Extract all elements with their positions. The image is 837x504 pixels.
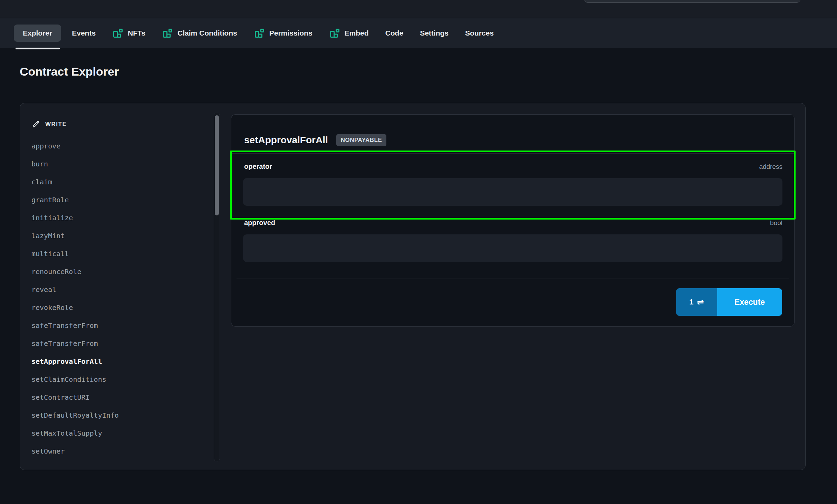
function-panel-header: setApprovalForAll NONPAYABLE bbox=[231, 115, 794, 153]
function-list-item[interactable]: setClaimConditions bbox=[31, 370, 213, 388]
function-list-item[interactable]: setApprovalForAll bbox=[31, 352, 213, 370]
nav-tab[interactable]: Permissions bbox=[248, 23, 318, 43]
extension-icon bbox=[112, 28, 123, 39]
nav-tab-label: Permissions bbox=[269, 29, 312, 37]
extension-icon bbox=[329, 28, 340, 39]
nav-tab[interactable]: Events bbox=[66, 25, 102, 42]
nav-tab[interactable]: Claim Conditions bbox=[156, 23, 243, 43]
function-list-item[interactable]: safeTransferFrom bbox=[31, 335, 213, 352]
field-group-approved: approved bool bbox=[231, 206, 794, 262]
execute-button[interactable]: Execute bbox=[717, 288, 782, 316]
nav-tab[interactable]: Embed bbox=[323, 23, 375, 43]
page-title: Contract Explorer bbox=[20, 65, 119, 78]
swap-arrows-icon: ⇌ bbox=[697, 297, 704, 307]
function-panel: setApprovalForAll NONPAYABLE operator ad… bbox=[231, 114, 795, 327]
nav-tab-label: Embed bbox=[345, 29, 369, 37]
function-list-item[interactable]: initialize bbox=[31, 209, 213, 227]
nav-tab[interactable]: Sources bbox=[459, 25, 500, 42]
transaction-count-button[interactable]: 1 ⇌ bbox=[676, 288, 717, 316]
function-list-item[interactable]: burn bbox=[31, 155, 213, 173]
extension-icon bbox=[254, 28, 265, 39]
sidebar-scrollbar[interactable] bbox=[214, 113, 220, 462]
function-list-item[interactable]: setMaxTotalSupply bbox=[31, 424, 213, 442]
extension-icon bbox=[162, 28, 173, 39]
function-list-item[interactable]: approve bbox=[31, 137, 213, 155]
transaction-count: 1 bbox=[689, 298, 693, 307]
function-list-item[interactable]: lazyMint bbox=[31, 227, 213, 245]
write-section-header: WRITE bbox=[31, 120, 213, 129]
function-list-item[interactable]: claim bbox=[31, 173, 213, 191]
function-list-item[interactable]: multicall bbox=[31, 245, 213, 263]
nav-tab-label: Events bbox=[72, 29, 96, 37]
nav-tab[interactable]: Settings bbox=[414, 25, 454, 42]
function-list-item[interactable]: setContractURI bbox=[31, 388, 213, 406]
nav-tab-label: Code bbox=[385, 29, 404, 37]
operator-input[interactable] bbox=[243, 178, 782, 206]
function-list-item[interactable]: reveal bbox=[31, 281, 213, 299]
function-list-item[interactable]: safeTransferFrom bbox=[31, 317, 213, 335]
mutability-badge: NONPAYABLE bbox=[336, 134, 387, 146]
approved-input[interactable] bbox=[243, 234, 782, 262]
field-name-approved: approved bbox=[243, 219, 275, 227]
function-list-item[interactable]: setOwner bbox=[31, 442, 213, 460]
explorer-card: WRITE approve burn claim grantRole initi… bbox=[20, 103, 806, 470]
field-group-operator: operator address bbox=[231, 154, 794, 206]
function-list-item[interactable]: grantRole bbox=[31, 191, 213, 209]
field-name-operator: operator bbox=[243, 163, 272, 171]
pencil-icon bbox=[31, 120, 40, 129]
nav-tab-label: Explorer bbox=[23, 29, 52, 37]
scrollbar-thumb[interactable] bbox=[215, 115, 219, 215]
nav-tab[interactable]: Explorer bbox=[14, 25, 61, 42]
field-type-approved: bool bbox=[770, 219, 782, 227]
contract-tab-bar: Explorer Events NFTs bbox=[0, 18, 837, 48]
footer-divider bbox=[237, 279, 789, 279]
nav-tab[interactable]: Code bbox=[379, 25, 410, 42]
top-strip bbox=[0, 0, 837, 18]
function-title: setApprovalForAll bbox=[244, 135, 328, 146]
function-list-item[interactable]: setDefaultRoyaltyInfo bbox=[31, 406, 213, 424]
panel-footer: 1 ⇌ Execute bbox=[676, 288, 782, 316]
nav-tab-label: Claim Conditions bbox=[177, 29, 237, 37]
function-list: approve burn claim grantRole initialize … bbox=[31, 137, 213, 460]
function-list-item[interactable]: revokeRole bbox=[31, 299, 213, 317]
nav-tab-label: Settings bbox=[420, 29, 449, 37]
cutoff-card-edge bbox=[584, 0, 800, 3]
field-type-operator: address bbox=[759, 163, 782, 171]
function-list-item[interactable]: renounceRole bbox=[31, 263, 213, 281]
nav-tab-label: NFTs bbox=[128, 29, 145, 37]
function-sidebar: WRITE approve burn claim grantRole initi… bbox=[20, 103, 213, 470]
nav-tab[interactable]: NFTs bbox=[106, 23, 151, 43]
nav-tab-label: Sources bbox=[465, 29, 494, 37]
write-section-label: WRITE bbox=[45, 121, 67, 128]
